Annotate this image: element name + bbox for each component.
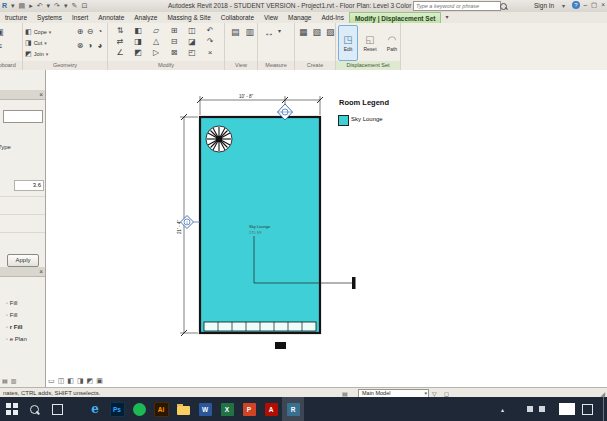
- tray-chevron-icon[interactable]: ▴: [501, 406, 504, 413]
- type-selector[interactable]: [3, 110, 43, 123]
- view-reference-marker-left[interactable]: 1: [181, 216, 201, 229]
- view-control-icon[interactable]: ◩: [87, 377, 94, 385]
- view-tool-icon[interactable]: ▤: [231, 27, 240, 37]
- room-legend-title[interactable]: Room Legend: [339, 98, 389, 107]
- close-button[interactable]: ×: [601, 1, 605, 9]
- tab-insert[interactable]: Insert: [67, 12, 93, 23]
- revit-logo-icon[interactable]: R: [2, 1, 7, 11]
- ribbon-state-toggle-icon[interactable]: ▾: [441, 12, 452, 23]
- view-control-icon[interactable]: ◨: [77, 377, 84, 385]
- bottom-window-strip[interactable]: [204, 322, 316, 331]
- language-indicator[interactable]: [559, 403, 575, 415]
- create-tool-icon[interactable]: ▧: [313, 27, 322, 37]
- modify-tool-icon[interactable]: ◪: [183, 37, 201, 48]
- reset-displacement-button[interactable]: ◱ Reset: [360, 25, 380, 61]
- modify-tool-icon[interactable]: ∠: [111, 48, 129, 59]
- modify-tool-icon[interactable]: ◨: [129, 37, 147, 48]
- modify-tool-icon[interactable]: ◩: [129, 48, 147, 59]
- dimension-top-text[interactable]: 10' - 8": [239, 94, 253, 99]
- search-input[interactable]: [413, 1, 501, 11]
- tab-analyze[interactable]: Analyze: [129, 12, 162, 23]
- legend-color-swatch[interactable]: [338, 115, 349, 126]
- tray-volume-icon[interactable]: [539, 406, 545, 412]
- view-tool-icon[interactable]: ▥: [246, 27, 255, 37]
- browser-view-item[interactable]: ▫e Plan: [0, 334, 45, 345]
- legend-entry-label[interactable]: Sky Lounge: [351, 116, 383, 122]
- modify-tool-icon[interactable]: ▷: [147, 48, 165, 59]
- modify-tool-icon[interactable]: ⊠: [165, 48, 183, 59]
- geometry-tool-icon[interactable]: ◕: [95, 41, 105, 55]
- modify-tool-icon[interactable]: ◧: [129, 26, 147, 37]
- tab-annotate[interactable]: Annotate: [93, 12, 129, 23]
- modify-tool-icon[interactable]: ↶: [201, 26, 219, 37]
- app-menu-caret-icon[interactable]: ▾: [11, 1, 15, 11]
- room-tag-area[interactable]: 275 SF: [249, 230, 262, 235]
- modify-tool-icon[interactable]: ⇄: [111, 37, 129, 48]
- browser-tool-icon[interactable]: ▥: [11, 377, 17, 384]
- create-tool-icon[interactable]: ▦: [299, 27, 308, 37]
- modify-tool-icon[interactable]: ⊟: [165, 37, 183, 48]
- taskbar-app-acrobat[interactable]: A: [260, 397, 282, 421]
- tab-modify-displacement-set[interactable]: Modify | Displacement Set: [349, 12, 442, 23]
- view-control-icon[interactable]: ▣: [96, 377, 103, 385]
- minimize-button[interactable]: –: [583, 1, 587, 9]
- sign-in-caret-icon[interactable]: ▾: [562, 2, 565, 9]
- view-control-icon[interactable]: ▭: [48, 377, 55, 385]
- help-icon[interactable]: ?: [572, 1, 580, 9]
- path-displacement-button[interactable]: ◠ Path: [382, 25, 401, 61]
- show-desktop-button[interactable]: [603, 397, 607, 421]
- modify-tool-icon[interactable]: ⇅: [111, 26, 129, 37]
- geometry-tool-icon[interactable]: ◔: [95, 27, 105, 41]
- view-control-icon[interactable]: ◧: [67, 377, 74, 385]
- measure-caret-icon[interactable]: ▾: [278, 27, 281, 38]
- undo-caret-icon[interactable]: ▾: [47, 1, 51, 11]
- taskbar-app-file-explorer[interactable]: [172, 397, 194, 421]
- tab-manage[interactable]: Manage: [283, 12, 317, 23]
- edit-type-button[interactable]: Edit Type: [0, 144, 45, 153]
- modify-tool-icon[interactable]: ↷: [201, 37, 219, 48]
- apply-button[interactable]: Apply: [7, 254, 39, 267]
- redo-icon[interactable]: ↷: [54, 1, 60, 11]
- taskbar-app-spotify[interactable]: [128, 397, 150, 421]
- cut-button[interactable]: ◨ Cut ▾: [25, 37, 51, 48]
- view-control-icon[interactable]: ◫: [58, 377, 65, 385]
- modify-pencil-icon[interactable]: ✎: [72, 1, 78, 11]
- tab-collaborate[interactable]: Collaborate: [216, 12, 259, 23]
- paste-icon[interactable]: ▣: [0, 27, 4, 37]
- maximize-button[interactable]: ▢: [591, 1, 597, 9]
- geometry-tool-icon[interactable]: ◑: [85, 41, 95, 55]
- sign-in-button[interactable]: Sign In: [534, 2, 554, 9]
- drawing-area[interactable]: Room Legend Sky Lounge 10' - 8": [46, 70, 607, 387]
- properties-close-icon[interactable]: ×: [39, 90, 43, 99]
- tray-network-icon[interactable]: [527, 406, 533, 412]
- cope-button[interactable]: ◧ Cope ▾: [25, 26, 51, 37]
- taskbar-app-illustrator[interactable]: Ai: [150, 397, 172, 421]
- modify-tool-icon[interactable]: △: [147, 37, 165, 48]
- taskbar-app-powerpoint[interactable]: P: [238, 397, 260, 421]
- tab-add-ins[interactable]: Add-Ins: [316, 12, 348, 23]
- modify-tool-icon[interactable]: ⊞: [165, 26, 183, 37]
- modify-tool-icon[interactable]: ×: [201, 48, 219, 59]
- geometry-tool-icon[interactable]: ⊕: [75, 27, 85, 41]
- undo-icon[interactable]: ↶: [37, 1, 43, 11]
- redo-caret-icon[interactable]: ▾: [64, 1, 68, 11]
- start-button[interactable]: [0, 397, 24, 421]
- modify-tool-icon[interactable]: ▱: [147, 26, 165, 37]
- taskbar-search-icon[interactable]: [30, 405, 39, 414]
- tab-view[interactable]: View: [259, 12, 283, 23]
- task-view-icon[interactable]: [52, 404, 63, 415]
- measure-icon[interactable]: ↔: [264, 27, 274, 38]
- geometry-tool-icon[interactable]: ⊖: [85, 27, 95, 41]
- room-tag-name[interactable]: Sky Lounge: [249, 224, 271, 229]
- create-tool-icon[interactable]: ▨: [326, 27, 335, 37]
- taskbar-app-word[interactable]: W: [194, 397, 216, 421]
- action-center-icon[interactable]: [582, 404, 593, 415]
- taskbar-app-photoshop[interactable]: Ps: [106, 397, 128, 421]
- geometry-tool-icon[interactable]: ⊗: [75, 41, 85, 55]
- modify-tool-icon[interactable]: ◰: [183, 48, 201, 59]
- section-mark[interactable]: [275, 342, 286, 349]
- taskbar-app-excel[interactable]: X: [216, 397, 238, 421]
- search-icon[interactable]: [500, 3, 507, 10]
- match-properties-icon[interactable]: ≡: [0, 41, 4, 51]
- open-icon[interactable]: ▤: [19, 1, 26, 11]
